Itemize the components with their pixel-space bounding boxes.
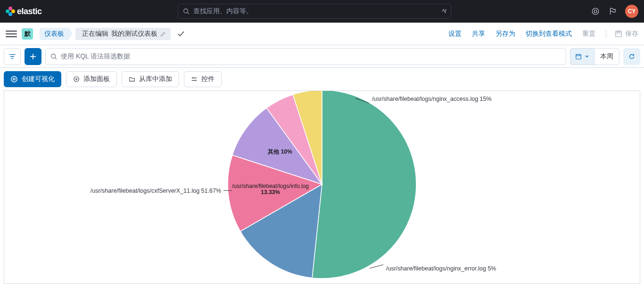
svg-rect-5 [617, 31, 620, 33]
save-as-link[interactable]: 另存为 [495, 30, 515, 38]
breadcrumb-editing[interactable]: 正在编辑 我的测试仪表板 [75, 28, 171, 40]
pie-chart: /usr/share/filebeat/logs/info.log13.33%其… [223, 90, 421, 283]
nav-toggle[interactable] [6, 28, 17, 40]
chevron-down-icon [585, 54, 589, 59]
space-badge[interactable]: 默 [22, 28, 33, 40]
refresh-icon [628, 53, 635, 60]
svg-point-12 [192, 77, 194, 79]
filter-bar: 使用 KQL 语法筛选数据 本周 [0, 45, 644, 68]
kql-input[interactable]: 使用 KQL 语法筛选数据 [45, 48, 566, 65]
global-header: elastic 查找应用、内容等。 ^/ CY [0, 0, 644, 23]
settings-link[interactable]: 设置 [448, 30, 462, 38]
reset-link[interactable]: 重置 [582, 30, 595, 38]
svg-point-0 [183, 9, 188, 13]
svg-text:/usr/share/filebeat/logs/info.: /usr/share/filebeat/logs/info.log [232, 182, 309, 189]
add-filter-button[interactable] [25, 48, 41, 65]
dashboard-grid: /usr/share/filebeat/logs/info.log13.33%其… [0, 90, 644, 286]
lens-icon [10, 75, 18, 83]
refresh-button[interactable] [623, 48, 640, 65]
help-icon[interactable] [591, 7, 600, 16]
search-placeholder: 查找应用、内容等。 [193, 7, 438, 16]
svg-rect-8 [576, 54, 581, 59]
share-link[interactable]: 共享 [472, 30, 485, 38]
add-from-library-button[interactable]: 从库中添加 [122, 71, 179, 87]
calendar-icon [575, 53, 582, 60]
svg-point-9 [11, 76, 17, 82]
slice-label-nginx-error: /usr/share/filebeat/logs/nginx_error.log… [386, 265, 496, 272]
create-visualization-button[interactable]: 创建可视化 [4, 71, 61, 87]
slice-label-nginx-access: /usr/share/filebeat/logs/nginx_access.lo… [372, 96, 492, 102]
filter-icon [9, 53, 16, 60]
svg-line-7 [55, 57, 57, 59]
svg-point-13 [195, 80, 196, 81]
svg-text:其他 10%: 其他 10% [267, 148, 292, 155]
kql-placeholder: 使用 KQL 语法筛选数据 [61, 52, 130, 61]
pencil-icon [160, 31, 166, 37]
user-avatar[interactable]: CY [625, 5, 638, 18]
save-button[interactable]: 保存 [606, 30, 638, 38]
search-icon [50, 53, 57, 60]
add-panel-button[interactable]: 添加面板 [66, 71, 117, 87]
elastic-logo[interactable]: elastic [6, 7, 42, 16]
check-icon [177, 30, 185, 38]
pie-chart-panel: /usr/share/filebeat/logs/info.log13.33%其… [4, 90, 640, 284]
breadcrumb-dashboards[interactable]: 仪表板 [40, 28, 69, 40]
panel-actions: 创建可视化 添加面板 从库中添加 控件 [0, 68, 644, 90]
logo-text: elastic [17, 7, 42, 16]
svg-rect-4 [616, 31, 621, 37]
date-range-label[interactable]: 本周 [594, 48, 619, 65]
svg-point-3 [594, 10, 597, 13]
date-picker[interactable]: 本周 [570, 48, 619, 65]
newsfeed-icon[interactable] [608, 7, 617, 16]
svg-text:13.33%: 13.33% [261, 189, 280, 196]
pie-slice[interactable] [312, 90, 416, 278]
switch-view-link[interactable]: 切换到查看模式 [526, 30, 572, 38]
save-icon [615, 30, 622, 38]
filter-menu-button[interactable] [4, 48, 21, 65]
global-search[interactable]: 查找应用、内容等。 ^/ [178, 4, 451, 19]
folder-icon [129, 76, 135, 82]
search-shortcut: ^/ [442, 8, 446, 15]
logo-icon [6, 7, 15, 16]
breadcrumb-toolbar: 默 仪表板 正在编辑 我的测试仪表板 设置 共享 另存为 切换到查看模式 重置 … [0, 23, 644, 45]
date-quick-button[interactable] [570, 48, 594, 65]
svg-point-10 [13, 78, 15, 80]
plus-circle-icon [73, 76, 80, 82]
svg-point-2 [592, 8, 599, 15]
plus-icon [30, 53, 36, 60]
svg-point-6 [51, 54, 56, 58]
slice-label-cxfserver: /usr/share/filebeat/logs/cxfServerX_11.l… [84, 188, 221, 194]
sliders-icon [191, 76, 198, 82]
svg-line-1 [187, 13, 189, 15]
header-right: CY [591, 5, 638, 18]
toolbar-right: 设置 共享 另存为 切换到查看模式 重置 保存 [448, 30, 638, 38]
search-icon [183, 8, 190, 15]
controls-button[interactable]: 控件 [184, 71, 222, 87]
